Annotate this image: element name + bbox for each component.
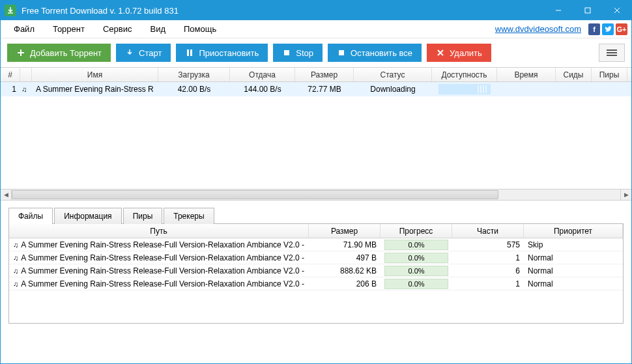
app-icon [5, 5, 16, 16]
col-upload[interactable]: Отдача [230, 68, 295, 81]
file-row[interactable]: ♫A Summer Evening Rain-Stress Release-Fu… [9, 277, 623, 290]
cell-name: A Summer Evening Rain-Stress R [32, 85, 158, 94]
progress-bar: 0.0% [384, 279, 448, 289]
twitter-icon[interactable] [602, 23, 614, 35]
plus-icon [16, 48, 25, 57]
col-avail[interactable]: Доступность [432, 68, 497, 81]
menu-service[interactable]: Сервис [94, 21, 141, 36]
stop-all-button[interactable]: Остановить все [328, 44, 422, 62]
stop-all-label: Остановить все [351, 48, 412, 58]
delete-button[interactable]: Удалить [427, 44, 491, 62]
progress-bar: 0.0% [384, 253, 448, 263]
svg-rect-6 [284, 50, 289, 55]
col-icon[interactable] [20, 68, 32, 81]
stop-icon [337, 48, 346, 57]
fcell-path: ♫A Summer Evening Rain-Stress Release-Fu… [9, 240, 309, 249]
delete-label: Удалить [450, 48, 482, 58]
fcell-progress: 0.0% [381, 240, 452, 250]
fcell-path: ♫A Summer Evening Rain-Stress Release-Fu… [9, 279, 309, 288]
fcell-progress: 0.0% [381, 266, 452, 276]
music-note-icon: ♫ [13, 267, 18, 275]
menu-view[interactable]: Вид [141, 21, 175, 36]
col-peers[interactable]: Пиры [592, 68, 627, 81]
col-seeds[interactable]: Сиды [556, 68, 592, 81]
fcell-parts: 575 [452, 240, 524, 249]
file-row[interactable]: ♫A Summer Evening Rain-Stress Release-Fu… [9, 251, 623, 264]
torrents-table: # Имя Загрузка Отдача Размер Статус Дост… [1, 67, 631, 201]
availability-bar [438, 84, 491, 94]
tab-files[interactable]: Файлы [8, 208, 53, 224]
fcol-path[interactable]: Путь [9, 224, 309, 238]
menu-torrent[interactable]: Торрент [44, 21, 94, 36]
fcell-size: 888.62 KB [309, 266, 381, 275]
window-title: Free Torrent Download v. 1.0.72 build 83… [22, 6, 543, 16]
cell-num: 1 [1, 85, 20, 94]
fcell-size: 71.90 MB [309, 240, 381, 249]
fcol-priority[interactable]: Приоритет [524, 224, 623, 238]
progress-bar: 0.0% [384, 240, 448, 250]
svg-rect-7 [339, 50, 344, 55]
scroll-left-arrow[interactable]: ◀ [1, 189, 12, 200]
fcol-size[interactable]: Размер [309, 224, 381, 238]
menu-help[interactable]: Помощь [175, 21, 225, 36]
details-panel: Файлы Информация Пиры Трекеры Путь Разме… [1, 201, 631, 331]
col-time[interactable]: Время [497, 68, 556, 81]
facebook-icon[interactable]: f [588, 23, 600, 35]
torrent-row[interactable]: 1 ♫ A Summer Evening Rain-Stress R 42.00… [1, 82, 631, 96]
horizontal-scrollbar[interactable]: ◀ ▶ [1, 189, 631, 201]
fcol-parts[interactable]: Части [452, 224, 524, 238]
hamburger-menu-button[interactable] [599, 44, 625, 62]
minimize-button[interactable] [543, 1, 573, 20]
col-download[interactable]: Загрузка [158, 68, 230, 81]
file-row[interactable]: ♫A Summer Evening Rain-Stress Release-Fu… [9, 264, 623, 277]
googleplus-icon[interactable]: G+ [616, 23, 627, 35]
fcell-priority: Normal [524, 253, 623, 262]
maximize-button[interactable] [573, 1, 602, 20]
fcell-priority: Skip [524, 240, 623, 249]
svg-rect-5 [190, 49, 192, 56]
svg-rect-1 [585, 8, 590, 13]
scroll-thumb[interactable] [12, 190, 498, 199]
col-status[interactable]: Статус [354, 68, 432, 81]
progress-bar: 0.0% [384, 266, 448, 276]
scroll-right-arrow[interactable]: ▶ [620, 189, 631, 200]
x-icon [436, 48, 445, 57]
add-torrent-label: Добавить Торрент [30, 48, 102, 58]
close-button[interactable] [602, 1, 631, 20]
fcell-priority: Normal [524, 279, 623, 288]
tab-info[interactable]: Информация [54, 208, 121, 224]
files-header-row: Путь Размер Прогресс Части Приоритет [9, 224, 623, 238]
file-row[interactable]: ♫A Summer Evening Rain-Stress Release-Fu… [9, 238, 623, 251]
cell-icon: ♫ [20, 85, 32, 93]
fcell-size: 497 B [309, 253, 381, 262]
fcol-progress[interactable]: Прогресс [381, 224, 452, 238]
cell-avail [432, 84, 497, 94]
tab-peers[interactable]: Пиры [123, 208, 163, 224]
cell-upload: 144.00 B/s [230, 85, 295, 94]
fcell-parts: 1 [452, 253, 524, 262]
col-num[interactable]: # [1, 68, 20, 81]
pause-label: Приостановить [199, 48, 259, 58]
menu-file[interactable]: Файл [5, 21, 44, 36]
pause-button[interactable]: Приостановить [176, 44, 268, 62]
titlebar: Free Torrent Download v. 1.0.72 build 83… [1, 1, 631, 20]
fcell-progress: 0.0% [381, 253, 452, 263]
fcell-path: ♫A Summer Evening Rain-Stress Release-Fu… [9, 253, 309, 262]
cell-size: 72.77 MB [295, 85, 354, 94]
start-button[interactable]: Старт [116, 44, 171, 62]
tab-trackers[interactable]: Трекеры [164, 208, 214, 224]
col-size[interactable]: Размер [295, 68, 354, 81]
files-body: ♫A Summer Evening Rain-Stress Release-Fu… [9, 238, 623, 323]
music-note-icon: ♫ [13, 280, 18, 288]
fcell-parts: 6 [452, 266, 524, 275]
stop-button[interactable]: Stop [273, 44, 323, 62]
fcell-size: 206 B [309, 279, 381, 288]
col-name[interactable]: Имя [32, 68, 158, 81]
scroll-track[interactable] [12, 189, 620, 200]
fcell-parts: 1 [452, 279, 524, 288]
add-torrent-button[interactable]: Добавить Торрент [7, 44, 111, 62]
website-link[interactable]: www.dvdvideosoft.com [490, 24, 586, 34]
files-table: Путь Размер Прогресс Части Приоритет ♫A … [8, 223, 624, 324]
cell-download: 42.00 B/s [158, 85, 230, 94]
details-tabs: Файлы Информация Пиры Трекеры [8, 207, 624, 223]
